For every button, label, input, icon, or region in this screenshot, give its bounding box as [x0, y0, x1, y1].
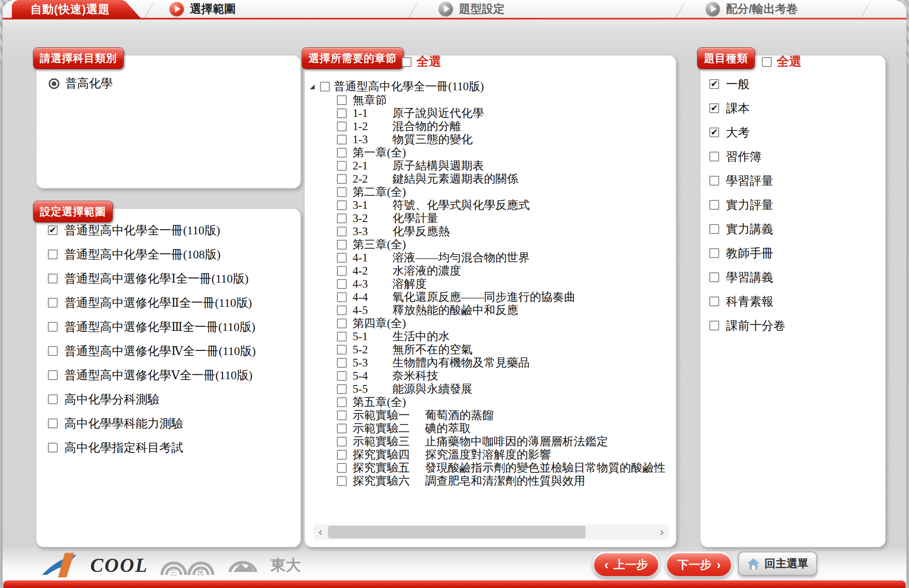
- chapter-row: 4-2水溶液的濃度: [337, 264, 674, 277]
- label: 科青素報: [726, 294, 773, 310]
- question-type-row: 習作簿: [709, 144, 785, 169]
- checkbox[interactable]: [337, 424, 347, 433]
- checkbox[interactable]: [337, 332, 347, 341]
- checkbox[interactable]: [337, 384, 347, 394]
- horizontal-scrollbar[interactable]: ‹ ›: [314, 524, 669, 540]
- chapter-title: 符號、化學式與化學反應式: [392, 199, 530, 212]
- checkbox[interactable]: [337, 108, 347, 118]
- chapter-title: 物質三態的變化: [392, 133, 473, 146]
- chapter-title: 氧化還原反應——同步進行的協奏曲: [392, 291, 575, 304]
- checkbox[interactable]: [337, 200, 347, 210]
- checkbox[interactable]: [337, 240, 347, 250]
- checkbox[interactable]: ✔: [709, 79, 719, 89]
- checkbox[interactable]: [709, 200, 719, 210]
- checkbox[interactable]: [48, 443, 58, 452]
- tab-auto-quick-select[interactable]: 自動(快速)選題: [12, 0, 141, 19]
- step-score-output[interactable]: 配分/輸出考卷: [706, 0, 798, 18]
- checkbox[interactable]: [337, 305, 347, 315]
- chapter-row: 5-1生活中的水: [337, 330, 674, 343]
- textbook-row: 普通型高中化學全一冊(108版): [48, 242, 256, 266]
- checkbox[interactable]: [337, 161, 347, 171]
- step-select-range[interactable]: 選擇範圍: [170, 0, 236, 18]
- checkbox[interactable]: [337, 279, 347, 289]
- checkbox[interactable]: [48, 274, 58, 283]
- checkbox[interactable]: [48, 370, 58, 380]
- checkbox[interactable]: [337, 187, 347, 197]
- question-type-row: 實力講義: [709, 217, 785, 241]
- chapter-number: 探究實驗六: [353, 474, 410, 488]
- checkbox[interactable]: [709, 152, 719, 161]
- checkbox[interactable]: [337, 358, 347, 368]
- checkbox[interactable]: [48, 322, 58, 332]
- scroll-left-icon[interactable]: ‹: [314, 524, 327, 540]
- chapter-panel-title: 選擇所需要的章節: [302, 47, 403, 69]
- chapter-title: 生活中的水: [392, 330, 450, 343]
- checkbox[interactable]: [337, 253, 347, 263]
- scrollbar-thumb[interactable]: [328, 526, 586, 538]
- checkbox[interactable]: [709, 297, 719, 306]
- chapter-number: 1-1: [353, 107, 377, 120]
- chapter-title: 第五章(全): [353, 396, 406, 409]
- checkbox[interactable]: [337, 410, 347, 420]
- chapter-row: 3-1符號、化學式與化學反應式: [337, 199, 674, 212]
- home-menu-button[interactable]: 回主選單: [738, 552, 817, 576]
- checkbox[interactable]: [337, 135, 347, 144]
- checkbox[interactable]: [337, 122, 347, 131]
- checkbox[interactable]: [709, 272, 719, 282]
- chapter-title: 鍵結與元素週期表的關係: [392, 172, 518, 186]
- select-all-checkbox[interactable]: [402, 57, 411, 67]
- checkbox[interactable]: [337, 174, 347, 184]
- checkbox[interactable]: [709, 176, 719, 186]
- checkbox[interactable]: [337, 437, 347, 447]
- label: 實力講義: [726, 221, 773, 237]
- checkbox[interactable]: [337, 214, 347, 223]
- prev-step-button[interactable]: ‹ 上一步: [592, 552, 660, 578]
- checkbox[interactable]: [48, 346, 58, 356]
- play-circle-icon: [170, 2, 184, 16]
- checkbox[interactable]: [337, 292, 347, 302]
- checkbox[interactable]: [337, 450, 347, 460]
- checkbox[interactable]: [337, 319, 347, 328]
- scroll-right-icon[interactable]: ›: [655, 524, 669, 540]
- checkbox[interactable]: ✔: [709, 103, 719, 113]
- checkbox[interactable]: ✔: [48, 225, 58, 235]
- chapter-row: 5-3生物體內有機物及常見藥品: [337, 356, 674, 369]
- dongda-logo: 東大: [270, 555, 301, 576]
- checkbox[interactable]: [337, 227, 347, 236]
- checkbox[interactable]: [337, 148, 347, 158]
- checkbox[interactable]: [337, 371, 347, 381]
- label: 普通型高中選修化學Ⅲ全一冊(110版): [64, 319, 256, 335]
- checkbox[interactable]: [337, 476, 347, 486]
- checkbox[interactable]: [320, 82, 330, 92]
- textbook-row: 普通型高中選修化學Ⅳ全一冊(110版): [48, 339, 256, 363]
- checkbox[interactable]: [48, 298, 58, 308]
- select-all-checkbox[interactable]: [762, 57, 772, 67]
- chapter-title: 混合物的分離: [392, 120, 461, 133]
- checkbox[interactable]: [709, 224, 719, 234]
- subject-panel-title: 請選擇科目類別: [33, 47, 124, 69]
- home-icon: [747, 557, 760, 571]
- radio-button[interactable]: [49, 78, 59, 89]
- next-step-button[interactable]: 下一步 ›: [665, 552, 733, 578]
- step-label: 題型設定: [459, 1, 505, 17]
- chapter-row: 探究實驗四探究溫度對溶解度的影響: [337, 448, 674, 461]
- checkbox[interactable]: [337, 345, 347, 355]
- chapter-tree-root: ◢ 普通型高中化學全一冊(110版): [310, 79, 484, 94]
- checkbox[interactable]: [48, 394, 58, 404]
- checkbox[interactable]: [709, 248, 719, 258]
- checkbox[interactable]: [337, 266, 347, 276]
- chevron-left-icon: ‹: [604, 558, 609, 571]
- chapter-number: 1-2: [353, 120, 377, 133]
- checkbox[interactable]: [48, 250, 58, 259]
- checkbox[interactable]: [337, 463, 347, 473]
- chapter-row: 探究實驗六調查肥皂和清潔劑的性質與效用: [337, 474, 674, 488]
- checkbox[interactable]: [337, 95, 347, 105]
- textbook-row: 高中化學指定科目考試: [48, 435, 256, 460]
- step-question-type-settings[interactable]: 題型設定: [439, 0, 505, 18]
- checkbox[interactable]: [48, 419, 58, 428]
- checkbox[interactable]: [709, 321, 719, 330]
- tree-expand-icon[interactable]: ◢: [310, 83, 315, 90]
- checkbox[interactable]: ✔: [709, 128, 719, 137]
- checkbox[interactable]: [337, 397, 347, 407]
- chapter-number: 4-3: [353, 277, 377, 291]
